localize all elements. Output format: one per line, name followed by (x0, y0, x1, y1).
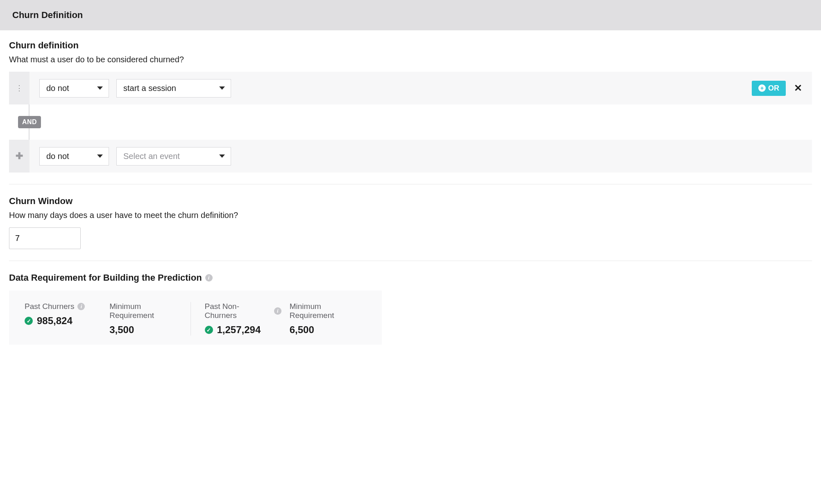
plus-circle-icon: + (758, 84, 766, 92)
min-req-1-value: 3,500 (109, 324, 186, 336)
and-connector: AND (9, 104, 812, 140)
remove-rule-icon[interactable]: ✕ (794, 82, 802, 94)
past-non-churners-value: 1,257,294 (217, 324, 261, 336)
info-icon[interactable]: i (205, 274, 213, 282)
divider (9, 184, 812, 184)
event-select-2-placeholder: Select an event (123, 152, 180, 161)
churn-definition-title: Churn definition (9, 40, 812, 51)
chevron-down-icon (219, 86, 225, 90)
stat-past-non-churners: Past Non-Churners i ✓ 1,257,294 (191, 302, 286, 336)
rule-row-1: ⋮ do not start a session + OR ✕ (9, 72, 812, 104)
past-churners-label-row: Past Churners i (25, 302, 101, 311)
churn-window-input[interactable] (9, 227, 81, 249)
event-select-2[interactable]: Select an event (116, 147, 231, 166)
or-button-label: OR (768, 84, 779, 93)
check-circle-icon: ✓ (25, 317, 33, 325)
past-churners-label: Past Churners (25, 302, 74, 311)
and-pill-label: AND (22, 118, 37, 125)
data-requirement-title-row: Data Requirement for Building the Predic… (9, 272, 812, 283)
min-req-2-value: 6,500 (290, 324, 366, 336)
content-area: Churn definition What must a user do to … (0, 30, 821, 357)
condition-select-1-value: do not (46, 84, 69, 93)
stats-panel: Past Churners i ✓ 985,824 Minimum Requir… (9, 291, 382, 345)
stat-min-req-2: Minimum Requirement 6,500 (286, 302, 370, 336)
event-select-1-value: start a session (123, 84, 176, 93)
drag-handle-icon[interactable]: ⋮ (9, 72, 29, 104)
churn-window-section: Churn Window How many days does a user h… (9, 196, 812, 249)
past-churners-value: 985,824 (37, 315, 73, 327)
past-churners-value-row: ✓ 985,824 (25, 315, 101, 327)
data-requirement-title: Data Requirement for Building the Predic… (9, 272, 202, 283)
churn-definition-subtitle: What must a user do to be considered chu… (9, 55, 812, 64)
churn-window-subtitle: How many days does a user have to meet t… (9, 211, 812, 220)
churn-definition-section: Churn definition What must a user do to … (9, 40, 812, 173)
churn-window-title: Churn Window (9, 196, 812, 207)
add-or-button[interactable]: + OR (752, 81, 786, 96)
min-req-2-label: Minimum Requirement (290, 302, 366, 320)
past-non-churners-label: Past Non-Churners (205, 302, 271, 320)
condition-select-2[interactable]: do not (39, 147, 109, 166)
event-select-1[interactable]: start a session (116, 79, 231, 98)
rule-row-2: ✚ do not Select an event (9, 140, 812, 173)
condition-select-2-value: do not (46, 152, 69, 161)
vertical-dots-icon: ⋮ (16, 87, 23, 89)
min-req-1-label: Minimum Requirement (109, 302, 186, 320)
past-non-churners-label-row: Past Non-Churners i (205, 302, 281, 320)
check-circle-icon: ✓ (205, 326, 213, 334)
plus-icon: ✚ (16, 151, 23, 161)
chevron-down-icon (219, 154, 225, 158)
chevron-down-icon (97, 154, 103, 158)
page-title: Churn Definition (12, 10, 83, 20)
condition-select-1[interactable]: do not (39, 79, 109, 98)
page-header: Churn Definition (0, 0, 821, 30)
past-non-churners-value-row: ✓ 1,257,294 (205, 324, 281, 336)
info-icon[interactable]: i (77, 303, 85, 310)
stat-min-req-1: Minimum Requirement 3,500 (105, 302, 190, 336)
rule-1-actions: + OR ✕ (752, 81, 812, 96)
rule-2-fields: do not Select an event (29, 141, 812, 172)
add-rule-handle[interactable]: ✚ (9, 140, 29, 173)
divider (9, 261, 812, 261)
data-requirement-section: Data Requirement for Building the Predic… (9, 272, 812, 345)
and-pill: AND (18, 116, 41, 128)
rule-1-fields: do not start a session (29, 73, 752, 104)
chevron-down-icon (97, 86, 103, 90)
info-icon[interactable]: i (274, 307, 281, 315)
stat-past-churners: Past Churners i ✓ 985,824 (20, 302, 105, 336)
